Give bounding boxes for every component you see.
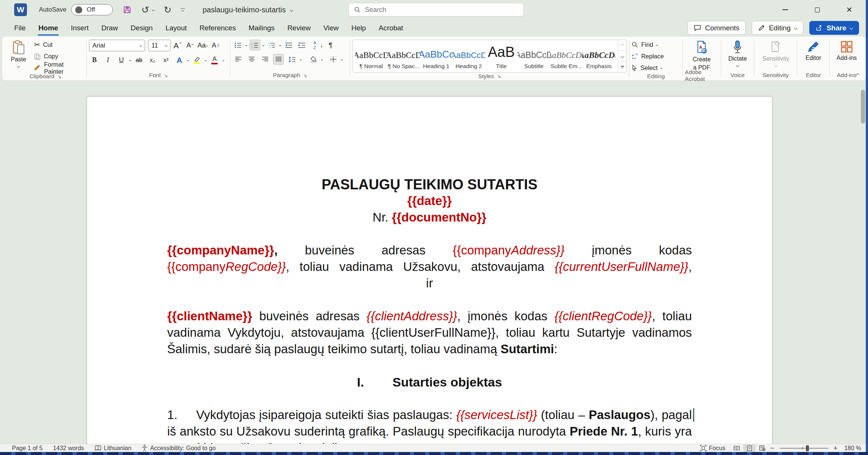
comments-button[interactable]: Comments [687,21,746,35]
subscript-button[interactable]: x₂ [147,55,158,65]
print-layout-button[interactable] [743,444,756,452]
styles-gallery-more-button[interactable] [618,62,626,72]
editor-button[interactable]: Editor [800,39,827,61]
styles-dialog-launcher[interactable]: ↘ [497,73,501,79]
italic-button[interactable]: I [102,55,113,65]
style-gallery-item[interactable]: AaBbCcD ¶ Normal [355,40,387,72]
vertical-scrollbar-thumb[interactable] [861,90,865,123]
font-size-select[interactable]: 11 [148,40,171,51]
zoom-slider-thumb[interactable] [806,445,809,451]
cut-button[interactable]: ✂ Cut [34,40,84,50]
autosave-toggle[interactable]: Off [71,4,113,15]
styles-scroll-up-button[interactable] [618,40,626,51]
bullets-button[interactable] [233,40,243,51]
search-box[interactable] [349,3,524,16]
style-gallery-item[interactable]: AaBbCcD Heading 2 [453,40,485,72]
focus-mode-button[interactable]: Focus [695,444,731,452]
ribbon-tab[interactable]: Draw [96,22,123,34]
read-mode-button[interactable] [730,444,743,452]
paste-button[interactable]: Paste [7,39,30,67]
style-gallery-item[interactable]: AaBbCcDd Emphasis [583,40,615,72]
collapse-ribbon-button[interactable] [856,72,859,77]
maximize-button[interactable] [810,2,825,17]
document-title-control[interactable]: paslaugu-teikimo-sutartis [203,6,293,14]
superscript-button[interactable]: x² [160,55,171,65]
style-gallery-item[interactable]: AaBbCcD Subtitle [518,40,550,72]
font-family-select[interactable]: Arial [89,40,145,51]
find-button[interactable]: Find [632,40,664,50]
styles-scroll-down-button[interactable] [618,51,626,62]
ribbon-tab[interactable]: Review [282,22,316,34]
sort-button[interactable]: AZ [309,40,320,51]
ribbon-tab[interactable]: Insert [65,22,94,34]
bullets-dropdown-icon[interactable] [245,44,248,46]
highlight-color-button[interactable] [191,55,202,65]
format-painter-button[interactable]: Format Painter [34,63,84,73]
align-left-button[interactable] [233,54,243,65]
undo-button[interactable]: ↺ [141,4,154,15]
minimize-button[interactable] [777,2,792,17]
search-input[interactable] [365,6,518,14]
customize-quick-access-button[interactable] [181,8,185,12]
replace-button[interactable]: b c Replace [632,51,664,61]
page-indicator[interactable]: Page 1 of 5 [7,444,48,452]
font-color-dropdown-icon[interactable] [222,59,224,61]
ribbon-tab[interactable]: File [9,22,31,34]
text-effects-button[interactable]: A [174,55,185,65]
paragraph-dialog-launcher[interactable]: ↘ [303,73,307,78]
shading-button[interactable] [308,54,319,65]
zoom-out-button[interactable]: − [769,444,776,452]
create-pdf-button[interactable]: A Create a PDF [688,39,715,71]
font-dialog-launcher[interactable]: ↘ [164,73,168,78]
style-gallery-item[interactable]: AaBbCcD ¶ No Spac... [387,40,420,72]
multilevel-dropdown-icon[interactable] [279,44,281,46]
numbering-dropdown-icon[interactable] [262,44,264,46]
copy-button[interactable]: Copy [34,51,84,61]
document-page[interactable]: PASLAUGŲ TEIKIMO SUTARTIS{{date}}Nr. {{d… [87,97,772,444]
ribbon-tab[interactable]: Help [346,22,371,34]
font-color-button[interactable]: A [209,55,220,65]
decrease-indent-button[interactable] [283,40,294,51]
style-gallery-item[interactable]: AaBbCcDd Subtle Em... [550,40,583,72]
select-button[interactable]: Select [632,63,664,73]
zoom-in-button[interactable]: + [832,444,839,452]
style-gallery-item[interactable]: AaBbCc Heading 1 [420,40,453,72]
shrink-font-button[interactable]: A [184,40,195,51]
close-button[interactable]: ✕ [842,2,857,17]
clipboard-dialog-launcher[interactable]: ↘ [57,74,61,79]
increase-indent-button[interactable] [296,40,307,51]
ribbon-tab[interactable]: Mailings [243,22,280,34]
word-count[interactable]: 1432 words [48,444,89,452]
redo-button[interactable]: ↻ [164,4,172,15]
grow-font-button[interactable]: A^ [172,40,183,51]
style-gallery-item[interactable]: AaB Title [485,40,518,72]
multilevel-list-button[interactable]: 1 a i [266,40,277,51]
web-layout-button[interactable] [756,444,769,452]
align-right-button[interactable] [260,54,270,65]
ribbon-tab[interactable]: References [194,22,241,34]
highlight-dropdown-icon[interactable] [205,59,207,61]
underline-button[interactable]: U [116,55,127,65]
document-body[interactable]: PASLAUGŲ TEIKIMO SUTARTIS{{date}}Nr. {{d… [87,97,772,444]
borders-dropdown-icon[interactable] [341,58,343,61]
show-formatting-button[interactable]: ¶ [325,40,336,51]
zoom-level[interactable]: 180 % [839,444,861,452]
editing-mode-button[interactable]: Editing [752,21,803,35]
dictate-button[interactable]: Dictate [724,39,751,67]
borders-button[interactable] [328,54,338,65]
ribbon-tab[interactable]: View [318,22,344,34]
align-center-button[interactable] [246,54,257,65]
zoom-slider[interactable] [780,448,828,449]
save-button[interactable] [123,5,132,14]
share-button[interactable]: Share [809,21,859,35]
ribbon-tab[interactable]: Home [33,22,64,34]
proofing-status[interactable]: Lithuanian [89,444,137,452]
accessibility-status[interactable]: Accessibility: Good to go [137,444,221,452]
ribbon-tab[interactable]: Acrobat [374,22,408,34]
change-case-button[interactable]: Aa [197,40,209,51]
justify-button[interactable] [273,54,284,65]
word-logo-icon[interactable]: W [14,3,27,16]
clear-formatting-button[interactable]: A ◊ [210,40,221,51]
text-effects-dropdown-icon[interactable] [187,59,189,61]
bold-button[interactable]: B [89,55,100,65]
